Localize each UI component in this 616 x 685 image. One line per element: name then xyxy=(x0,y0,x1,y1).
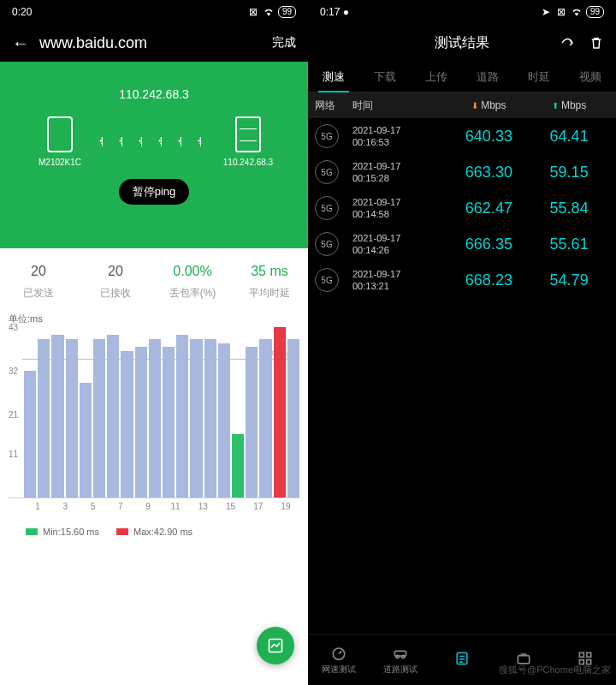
chart-bar xyxy=(190,339,202,497)
row-time: 2021-09-1700:14:26 xyxy=(352,232,449,257)
bottom-nav: 网速测试 道路测试 xyxy=(308,634,616,685)
phone-label: M2102K1C xyxy=(38,158,81,167)
device-row: M2102K1C ⸶ ⸶ ⸶ ⸶ ⸶ ⸶ 110.242.68.3 xyxy=(0,116,308,167)
swatch-green xyxy=(26,528,38,535)
stat-sent-value: 20 xyxy=(0,264,77,279)
tab-5[interactable]: 视频 xyxy=(565,62,616,92)
swatch-red xyxy=(116,528,128,535)
stats-labels: 已发送 已接收 丢包率(%) 平均时延 xyxy=(0,283,308,309)
table-header: 网络 时间 ⬇Mbps ⬆Mbps xyxy=(308,92,616,118)
tab-2[interactable]: 上传 xyxy=(411,62,462,92)
status-icons: ⊠ 99 xyxy=(247,6,296,18)
chart-bar xyxy=(246,347,258,497)
ping-panel: 110.242.68.3 M2102K1C ⸶ ⸶ ⸶ ⸶ ⸶ ⸶ 110.24… xyxy=(0,62,308,248)
status-bar: 0:17 ● ➤ ⊠ 99 xyxy=(308,0,616,24)
nav-results[interactable] xyxy=(431,634,493,685)
back-icon[interactable]: ← xyxy=(12,33,29,53)
results-screen: 0:17 ● ➤ ⊠ 99 测试结果 测速下载上传道路时延视频 网络 时间 ⬇M… xyxy=(308,0,616,685)
chart-bar xyxy=(24,371,36,497)
up-arrow-icon: ⬆ xyxy=(552,101,559,110)
chart-bar xyxy=(121,351,133,497)
svg-rect-6 xyxy=(518,656,529,664)
latency-chart: 11213243平均时延 xyxy=(9,327,299,498)
result-row[interactable]: 5G2021-09-1700:15:28663.3059.15 xyxy=(308,154,616,190)
chart-legend: Min:15.60 ms Max:42.90 ms xyxy=(9,511,299,537)
stat-avg-label: 平均时延 xyxy=(231,286,308,301)
stat-recv-label: 已接收 xyxy=(77,286,154,301)
location-icon: ➤ xyxy=(540,6,552,18)
battery-icon: 99 xyxy=(586,6,604,18)
done-button[interactable]: 完成 xyxy=(272,35,296,51)
results-list: 5G2021-09-1700:16:53640.3364.415G2021-09… xyxy=(308,118,616,298)
th-network: 网络 xyxy=(315,98,352,113)
chart-bar xyxy=(93,339,105,497)
row-up: 55.84 xyxy=(529,200,609,217)
transfer-dots: ⸶ ⸶ ⸶ ⸶ ⸶ ⸶ xyxy=(98,135,210,149)
chart-xlabels: 135791113151719 xyxy=(9,502,299,511)
chart-bar xyxy=(107,335,119,497)
stat-loss-value: 0.00% xyxy=(154,264,231,279)
tab-0[interactable]: 测速 xyxy=(308,62,359,92)
stat-avg-value: 35 ms xyxy=(231,264,308,279)
chart-bar xyxy=(51,335,63,497)
network-badge: 5G xyxy=(315,268,339,292)
car-icon xyxy=(392,644,409,661)
tab-4[interactable]: 时延 xyxy=(513,62,565,92)
row-time: 2021-09-1700:16:53 xyxy=(352,124,449,149)
gauge-icon xyxy=(330,644,347,661)
share-icon[interactable] xyxy=(560,35,575,51)
row-up: 59.15 xyxy=(529,164,609,182)
nav-tools[interactable] xyxy=(493,634,554,685)
nav-speedtest[interactable]: 网速测试 xyxy=(308,634,370,685)
wifi-icon xyxy=(263,6,275,18)
chart-bar xyxy=(287,339,299,497)
th-up: ⬆Mbps xyxy=(529,99,609,111)
list-icon xyxy=(453,650,471,667)
network-badge: 5G xyxy=(315,160,339,184)
chart-bar xyxy=(274,327,286,497)
chart-bar xyxy=(135,347,147,497)
tab-1[interactable]: 下载 xyxy=(359,62,411,92)
svg-rect-7 xyxy=(579,652,583,657)
legend-max: Max:42.90 ms xyxy=(116,527,192,537)
row-up: 54.79 xyxy=(529,271,609,289)
row-time: 2021-09-1700:13:21 xyxy=(352,268,449,293)
legend-min: Min:15.60 ms xyxy=(26,527,99,537)
result-row[interactable]: 5G2021-09-1700:16:53640.3364.41 xyxy=(308,118,616,154)
tab-3[interactable]: 道路 xyxy=(462,62,513,92)
pause-ping-button[interactable]: 暂停ping xyxy=(119,179,190,205)
network-badge: 5G xyxy=(315,232,339,256)
trash-icon[interactable] xyxy=(589,35,604,51)
ip-label: 110.242.68.3 xyxy=(119,87,189,101)
result-row[interactable]: 5G2021-09-1700:14:58662.4755.84 xyxy=(308,190,616,226)
status-bar: 0:20 ⊠ 99 xyxy=(0,0,308,24)
clock: 0:17 ● xyxy=(320,6,349,18)
chart-bar xyxy=(259,339,271,497)
url-text: www.baidu.com xyxy=(39,34,262,52)
header-bar: 测试结果 xyxy=(308,24,616,62)
stats-row: 20 20 0.00% 35 ms xyxy=(0,248,308,283)
header-bar: ← www.baidu.com 完成 xyxy=(0,24,308,62)
chart-bar xyxy=(176,335,188,497)
nav-roadtest[interactable]: 道路测试 xyxy=(370,634,431,685)
result-row[interactable]: 5G2021-09-1700:14:26666.3555.61 xyxy=(308,226,616,262)
chart-fab[interactable] xyxy=(257,627,294,664)
row-down: 662.47 xyxy=(449,200,530,217)
row-time: 2021-09-1700:14:58 xyxy=(352,196,449,221)
nav-more[interactable] xyxy=(554,634,616,685)
nfc-icon: ⊠ xyxy=(247,6,259,18)
server-label: 110.242.68.3 xyxy=(223,158,273,167)
row-down: 640.33 xyxy=(449,128,530,146)
svg-rect-8 xyxy=(587,652,591,657)
clock: 0:20 xyxy=(12,6,32,18)
server-device: 110.242.68.3 xyxy=(214,116,282,167)
row-time: 2021-09-1700:15:28 xyxy=(352,160,449,185)
watermark: 搜狐号@PChome电脑之家 xyxy=(499,664,611,676)
network-badge: 5G xyxy=(315,124,339,148)
chart-bar xyxy=(80,383,92,497)
wifi-icon xyxy=(571,6,583,18)
phone-device: M2102K1C xyxy=(26,116,94,167)
chart-bar xyxy=(149,339,161,497)
row-down: 668.23 xyxy=(449,271,530,289)
result-row[interactable]: 5G2021-09-1700:13:21668.2354.79 xyxy=(308,262,616,298)
